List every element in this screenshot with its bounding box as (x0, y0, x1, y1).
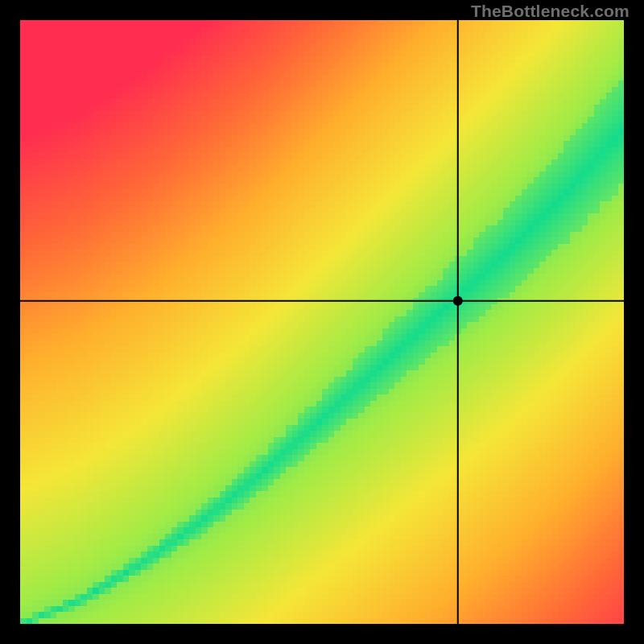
watermark-label: TheBottleneck.com (471, 2, 630, 21)
heatmap-canvas (20, 20, 624, 624)
plot-area (20, 20, 624, 624)
chart-frame: TheBottleneck.com (0, 0, 644, 644)
